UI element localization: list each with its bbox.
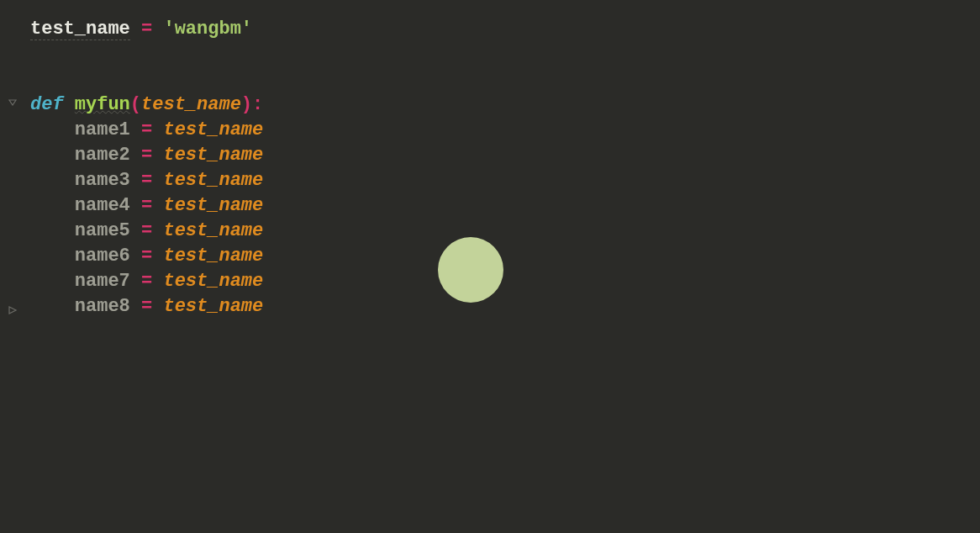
editor-gutter <box>0 0 24 533</box>
operator-token: = <box>141 271 152 292</box>
paren-token: ( <box>130 94 141 115</box>
operator-token: = <box>141 245 152 266</box>
variable-token: name6 <box>75 245 130 266</box>
operator-token: = <box>141 119 152 140</box>
variable-token: name5 <box>75 220 130 241</box>
paren-token: ) <box>241 94 252 115</box>
variable-ref-token: test_name <box>163 296 263 317</box>
code-line-assign[interactable]: name2 = test_name <box>24 143 980 168</box>
variable-ref-token: test_name <box>163 245 263 266</box>
code-line-assign[interactable]: name3 = test_name <box>24 168 980 193</box>
blank-line <box>24 42 980 67</box>
parameter-token: test_name <box>141 94 241 115</box>
code-line-def[interactable]: def myfun(test_name): <box>24 92 980 118</box>
code-line-assign[interactable]: name5 = test_name <box>24 219 980 244</box>
code-line-assign[interactable]: name8 = test_name <box>24 294 980 319</box>
fold-end-icon[interactable] <box>8 305 16 314</box>
string-quote: ' <box>163 18 174 40</box>
code-line-assign[interactable]: name4 = test_name <box>24 193 980 219</box>
operator-token: = <box>141 195 152 216</box>
variable-token: name2 <box>75 145 130 166</box>
operator-token: = <box>141 145 152 166</box>
variable-token: name3 <box>75 170 130 191</box>
fold-collapse-icon[interactable] <box>8 98 16 106</box>
function-name-token: myfun <box>75 94 130 115</box>
variable-ref-token: test_name <box>163 170 263 191</box>
variable-token: name8 <box>75 296 130 317</box>
code-line-assign[interactable]: name7 = test_name <box>24 269 980 294</box>
variable-ref-token: test_name <box>163 119 263 140</box>
code-line[interactable]: test_name = 'wangbm' <box>24 17 980 42</box>
blank-line <box>24 67 980 92</box>
string-quote: ' <box>241 18 252 40</box>
operator-token: = <box>141 296 152 317</box>
colon-token: : <box>252 94 263 115</box>
variable-token: name4 <box>75 195 130 216</box>
string-token: wangbm <box>175 18 241 40</box>
keyword-token: def <box>30 94 64 115</box>
variable-token: name1 <box>75 119 130 140</box>
operator-token: = <box>141 18 152 40</box>
operator-token: = <box>141 170 152 191</box>
code-editor[interactable]: test_name = 'wangbm' def myfun(test_name… <box>24 0 980 533</box>
code-line-assign[interactable]: name1 = test_name <box>24 118 980 143</box>
variable-token: test_name <box>30 18 130 40</box>
variable-token: name7 <box>75 271 130 292</box>
variable-ref-token: test_name <box>163 145 263 166</box>
operator-token: = <box>141 220 152 241</box>
variable-ref-token: test_name <box>163 195 263 216</box>
variable-ref-token: test_name <box>163 220 263 241</box>
code-line-assign[interactable]: name6 = test_name <box>24 244 980 269</box>
variable-ref-token: test_name <box>163 271 263 292</box>
